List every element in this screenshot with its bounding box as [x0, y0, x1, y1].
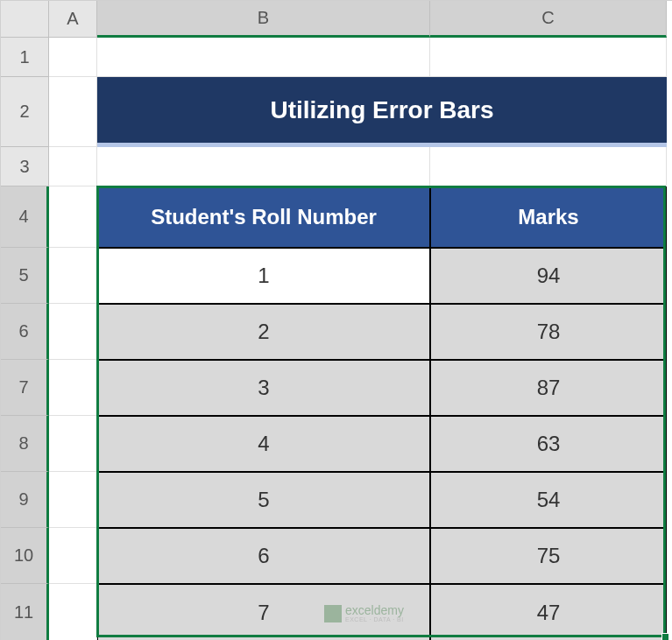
table-row[interactable]: 47	[430, 584, 667, 640]
col-header-b[interactable]: B	[97, 1, 430, 38]
cell-b3[interactable]	[97, 147, 430, 186]
row-header-1[interactable]: 1	[1, 38, 49, 77]
cell-a5[interactable]	[49, 248, 97, 304]
spreadsheet-grid: A B C 1 2 Utilizing Error Bars 3 4 Stude…	[0, 0, 672, 640]
cell-a1[interactable]	[49, 38, 97, 77]
cell-a4[interactable]	[49, 186, 97, 248]
table-row[interactable]: 1	[97, 248, 430, 304]
cell-a10[interactable]	[49, 528, 97, 584]
row-header-8[interactable]: 8	[1, 416, 49, 472]
cell-a7[interactable]	[49, 360, 97, 416]
row-header-11[interactable]: 11	[1, 584, 49, 640]
row-header-9[interactable]: 9	[1, 472, 49, 528]
table-row[interactable]: 6	[97, 528, 430, 584]
table-header-roll[interactable]: Student's Roll Number	[97, 186, 430, 248]
cell-a6[interactable]	[49, 304, 97, 360]
row-header-5[interactable]: 5	[1, 248, 49, 304]
cell-b1[interactable]	[97, 38, 430, 77]
table-row[interactable]: 87	[430, 360, 667, 416]
cell-c1[interactable]	[430, 38, 667, 77]
watermark-sub: EXCEL · DATA · BI	[345, 616, 404, 622]
col-header-a[interactable]: A	[49, 1, 97, 38]
row-header-7[interactable]: 7	[1, 360, 49, 416]
row-header-4[interactable]: 4	[1, 186, 49, 248]
table-row[interactable]: 4	[97, 416, 430, 472]
table-row[interactable]: 5	[97, 472, 430, 528]
table-row[interactable]: 2	[97, 304, 430, 360]
cell-a3[interactable]	[49, 147, 97, 186]
title-cell[interactable]: Utilizing Error Bars	[97, 77, 667, 147]
brand-icon	[324, 605, 342, 622]
table-row[interactable]: 54	[430, 472, 667, 528]
cell-a8[interactable]	[49, 416, 97, 472]
table-row[interactable]: 78	[430, 304, 667, 360]
row-header-2[interactable]: 2	[1, 77, 49, 147]
cell-c3[interactable]	[430, 147, 667, 186]
col-header-c[interactable]: C	[430, 1, 667, 38]
cell-a9[interactable]	[49, 472, 97, 528]
watermark: exceldemy EXCEL · DATA · BI	[324, 604, 404, 622]
row-header-6[interactable]: 6	[1, 304, 49, 360]
cell-a11[interactable]	[49, 584, 97, 640]
row-header-3[interactable]: 3	[1, 147, 49, 186]
table-row[interactable]: 75	[430, 528, 667, 584]
select-all-corner[interactable]	[1, 1, 49, 38]
watermark-main: exceldemy	[345, 604, 404, 616]
row-header-10[interactable]: 10	[1, 528, 49, 584]
table-header-marks[interactable]: Marks	[430, 186, 667, 248]
fill-handle[interactable]	[661, 633, 669, 640]
table-row[interactable]: 63	[430, 416, 667, 472]
table-row[interactable]: 94	[430, 248, 667, 304]
cell-a2[interactable]	[49, 77, 97, 147]
table-row[interactable]: 3	[97, 360, 430, 416]
